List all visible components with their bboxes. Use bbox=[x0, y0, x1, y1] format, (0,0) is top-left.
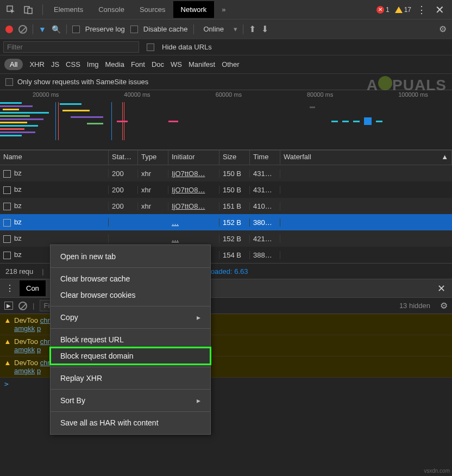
warning-count[interactable]: 17 bbox=[395, 6, 411, 14]
filter-font[interactable]: Font bbox=[131, 60, 145, 68]
settings-gear-icon[interactable]: ⚙ bbox=[439, 24, 447, 34]
ctx-replay-xhr[interactable]: Replay XHR bbox=[51, 370, 210, 386]
console-sidebar-icon[interactable]: ▶ bbox=[4, 302, 13, 310]
samesite-row: Only show requests with SameSite issues bbox=[0, 74, 452, 90]
disable-cache-checkbox[interactable] bbox=[130, 26, 138, 33]
sort-icon: ▲ bbox=[441, 153, 448, 161]
console-gear-icon[interactable]: ⚙ bbox=[440, 300, 448, 311]
error-count[interactable]: ✕1 bbox=[376, 6, 390, 14]
throttling-select[interactable]: Online bbox=[199, 24, 229, 34]
col-name[interactable]: Name bbox=[0, 151, 109, 165]
kebab-menu-icon[interactable]: ⋮ bbox=[417, 4, 426, 16]
hide-data-urls-label: Hide data URLs bbox=[162, 43, 212, 51]
table-row[interactable]: bz200xhrIjO7ttO8…150 B431… bbox=[0, 165, 452, 181]
ctx-block-url[interactable]: Block request URL bbox=[51, 331, 210, 348]
filter-other[interactable]: Other bbox=[222, 60, 240, 68]
chevron-right-icon: ▸ bbox=[197, 396, 200, 405]
filter-manifest[interactable]: Manifest bbox=[189, 60, 215, 68]
col-initiator[interactable]: Initiator bbox=[168, 151, 219, 165]
upload-har-icon[interactable]: ⬆ bbox=[249, 24, 256, 34]
preserve-log-checkbox[interactable] bbox=[72, 26, 80, 33]
filter-img[interactable]: Img bbox=[87, 60, 99, 68]
filter-input[interactable] bbox=[3, 41, 139, 53]
hide-data-urls-checkbox[interactable] bbox=[147, 43, 154, 51]
col-time[interactable]: Time bbox=[250, 151, 280, 165]
console-clear-icon[interactable] bbox=[18, 302, 27, 310]
col-size[interactable]: Size bbox=[219, 151, 250, 165]
watermark-small: vsxdn.com bbox=[424, 468, 450, 474]
inspect-icon[interactable] bbox=[4, 3, 17, 16]
console-hidden-count: 13 hidden bbox=[399, 302, 430, 310]
table-row[interactable]: bz200xhrIjO7ttO8…150 B431… bbox=[0, 181, 452, 198]
context-menu: Open in new tab Clear browser cache Clea… bbox=[50, 245, 211, 435]
ctx-clear-cookies[interactable]: Clear browser cookies bbox=[51, 287, 210, 303]
close-icon[interactable]: ✕ bbox=[432, 3, 448, 16]
drawer-tab-console[interactable]: Con bbox=[20, 280, 46, 296]
request-table-header: Name Stat… Type Initiator Size Time Wate… bbox=[0, 150, 452, 165]
more-tabs[interactable]: » bbox=[214, 1, 233, 18]
download-har-icon[interactable]: ⬇ bbox=[261, 24, 268, 34]
filter-all[interactable]: All bbox=[4, 59, 23, 70]
filter-xhr[interactable]: XHR bbox=[29, 60, 44, 68]
ctx-clear-cache[interactable]: Clear browser cache bbox=[51, 271, 210, 287]
ctx-open-new-tab[interactable]: Open in new tab bbox=[51, 248, 210, 265]
col-waterfall[interactable]: Waterfall▲ bbox=[280, 151, 452, 165]
summary-requests: 218 requ bbox=[5, 267, 33, 275]
table-row[interactable]: bz200xhrIjO7ttO8…151 B410… bbox=[0, 198, 452, 214]
filter-media[interactable]: Media bbox=[105, 60, 124, 68]
ctx-save-har[interactable]: Save all as HAR with content bbox=[51, 415, 210, 431]
device-icon[interactable] bbox=[22, 3, 35, 16]
ctx-block-domain[interactable]: Block request domain bbox=[51, 348, 210, 364]
disable-cache-label: Disable cache bbox=[143, 25, 188, 33]
tab-sources[interactable]: Sources bbox=[132, 1, 173, 18]
table-row[interactable]: bz…152 B380… bbox=[0, 214, 452, 230]
chevron-right-icon: ▸ bbox=[197, 313, 200, 322]
filter-ws[interactable]: WS bbox=[171, 60, 182, 68]
filter-css[interactable]: CSS bbox=[66, 60, 80, 68]
network-toolbar: ▼ 🔍 Preserve log Disable cache Online ▾ … bbox=[0, 20, 452, 39]
clear-icon[interactable] bbox=[18, 25, 27, 34]
preserve-log-label: Preserve log bbox=[85, 25, 125, 33]
samesite-label: Only show requests with SameSite issues bbox=[17, 78, 148, 86]
search-icon[interactable]: 🔍 bbox=[52, 25, 61, 34]
tab-console[interactable]: Console bbox=[91, 1, 132, 18]
filter-doc[interactable]: Doc bbox=[152, 60, 164, 68]
ctx-copy[interactable]: Copy▸ bbox=[51, 309, 210, 325]
col-status[interactable]: Stat… bbox=[109, 151, 138, 165]
svg-rect-2 bbox=[28, 8, 32, 14]
timeline-overview[interactable]: 20000 ms 40000 ms 60000 ms 80000 ms 1000… bbox=[0, 90, 452, 150]
tab-network[interactable]: Network bbox=[173, 1, 215, 18]
ctx-sort-by[interactable]: Sort By▸ bbox=[51, 392, 210, 409]
filter-icon[interactable]: ▼ bbox=[39, 25, 46, 34]
resource-type-filter: All XHR JS CSS Img Media Font Doc WS Man… bbox=[0, 55, 452, 74]
col-type[interactable]: Type bbox=[138, 151, 168, 165]
filter-bar: Hide data URLs bbox=[0, 39, 452, 55]
drawer-menu-icon[interactable]: ⋮ bbox=[0, 283, 20, 293]
chevron-down-icon[interactable]: ▾ bbox=[234, 25, 237, 33]
devtools-tab-bar: Elements Console Sources Network » ✕1 17… bbox=[0, 0, 452, 20]
record-icon[interactable] bbox=[5, 26, 13, 33]
samesite-checkbox[interactable] bbox=[5, 78, 13, 86]
drawer-close-icon[interactable]: ✕ bbox=[431, 283, 452, 295]
filter-js[interactable]: JS bbox=[51, 60, 59, 68]
tab-elements[interactable]: Elements bbox=[46, 1, 91, 18]
